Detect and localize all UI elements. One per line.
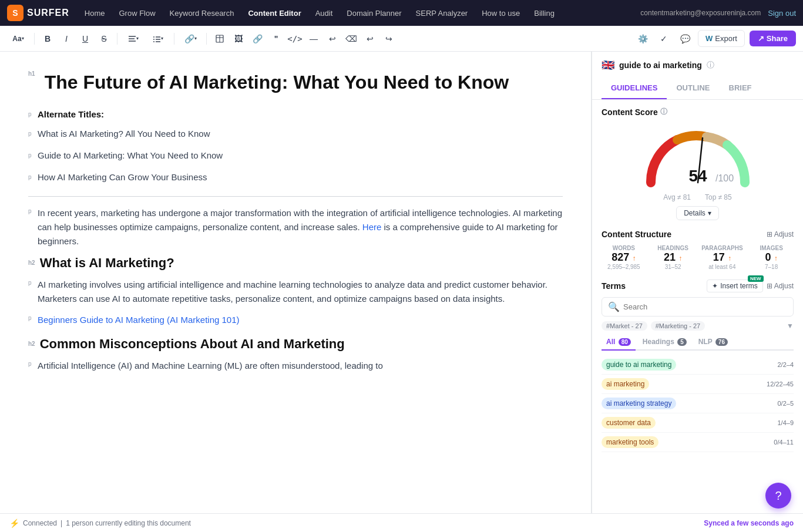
main-layout: h1 The Future of AI Marketing: What You … (0, 52, 803, 513)
underline-button[interactable]: U (77, 31, 93, 47)
table-button[interactable] (211, 31, 228, 47)
term-chip-1[interactable]: guide to ai marketing (602, 359, 676, 371)
image-button[interactable]: 🖼 (230, 31, 247, 47)
all-count: 80 (619, 338, 631, 346)
here-link[interactable]: Here (362, 222, 382, 232)
intro-paragraph[interactable]: In recent years, marketing has undergone… (38, 206, 563, 248)
gauge-chart: 54 /100 (639, 124, 757, 188)
body-paragraph-2[interactable]: Artificial Intelligence (AI) and Machine… (38, 359, 563, 373)
terms-search-input[interactable] (623, 302, 787, 311)
logo[interactable]: S SURFER (7, 5, 69, 21)
bold-button[interactable]: B (39, 31, 56, 47)
export-button[interactable]: W Export (698, 30, 745, 47)
p-label-link1: p (28, 315, 38, 321)
paragraphs-arrow-icon: ↑ (728, 254, 731, 262)
flag-icon: 🇬🇧 (602, 59, 614, 72)
redo-button[interactable]: ↪ (381, 31, 397, 47)
connected-text: Connected (23, 519, 57, 527)
term-chip-2[interactable]: ai marketing (602, 378, 649, 390)
share-button[interactable]: ↗ Share (750, 31, 796, 46)
italic-button[interactable]: I (58, 31, 75, 47)
alt-titles-block: p Alternate Titles: (28, 109, 563, 122)
export-label: Export (715, 34, 737, 43)
tab-brief[interactable]: BRIEF (720, 79, 761, 99)
insert-terms-button[interactable]: ✦ Insert terms NEW (707, 280, 762, 292)
check-button[interactable]: ✓ (656, 31, 672, 47)
h2-misconceptions[interactable]: Common Misconceptions About AI and Marke… (40, 336, 563, 352)
market-tag[interactable]: #Market - 27 (602, 321, 647, 331)
terms-title: Terms (602, 281, 626, 291)
nav-audit[interactable]: Audit (310, 6, 339, 20)
divider-button[interactable]: — (305, 31, 322, 47)
comment-button[interactable]: 💬 (677, 31, 693, 47)
nav-how-to-use[interactable]: How to use (476, 6, 526, 20)
sign-out-link[interactable]: Sign out (768, 9, 796, 18)
font-label: Aa (12, 35, 21, 43)
article-title[interactable]: The Future of AI Marketing: What You Nee… (45, 70, 509, 95)
nav-keyword-research[interactable]: Keyword Research (164, 6, 240, 20)
tab-outline[interactable]: OUTLINE (667, 79, 719, 99)
alt-title-1[interactable]: What is AI Marketing? All You Need to Kn… (38, 129, 563, 139)
quote-button[interactable]: " (268, 31, 284, 47)
nav-home[interactable]: Home (79, 6, 111, 20)
list-dropdown[interactable]: ▾ (147, 31, 169, 47)
term-chip-4[interactable]: customer data (602, 417, 656, 429)
body-2-block: p Artificial Intelligence (AI) and Machi… (28, 359, 563, 373)
term-chip-3[interactable]: ai marketing strategy (602, 398, 676, 409)
h2-what-is[interactable]: What is AI Marketing? (40, 255, 563, 271)
status-bar: ⚡ Connected | 1 person currently editing… (0, 513, 803, 532)
content-score-info-icon[interactable]: ⓘ (660, 107, 667, 117)
nav-grow-flow[interactable]: Grow Flow (113, 6, 161, 20)
h2-2-block: h2 Common Misconceptions About AI and Ma… (28, 336, 563, 352)
score-avg-row: Avg ≠ 81 Top ≠ 85 (602, 193, 794, 201)
link-1-block: p Beginners Guide to AI Marketing (AI Ma… (28, 313, 563, 327)
alt-title-2[interactable]: Guide to AI Marketing: What You Need to … (38, 150, 563, 160)
gauge-container: 54 /100 (602, 124, 794, 188)
insert-terms-icon: ✦ (712, 282, 718, 290)
term-item-3: ai marketing strategy 0/2–5 (602, 394, 794, 413)
undo-button[interactable]: ↩ (324, 31, 341, 47)
details-button[interactable]: Details ▾ (676, 206, 719, 220)
alt-title-3-block: p How AI Marketing Can Grow Your Busines… (28, 172, 563, 187)
headings-arrow-icon: ↑ (678, 254, 682, 262)
svg-point-5 (153, 39, 154, 40)
content-score-section: Content Score ⓘ 54 (602, 107, 794, 220)
logo-text: SURFER (27, 8, 69, 18)
help-button[interactable]: ? (765, 483, 791, 509)
body-paragraph-1[interactable]: AI marketing involves using artificial i… (38, 278, 563, 306)
editor-area[interactable]: h1 The Future of AI Marketing: What You … (0, 52, 592, 513)
code-button[interactable]: </> (287, 31, 303, 47)
alt-title-3[interactable]: How AI Marketing Can Grow Your Business (38, 172, 563, 182)
nav-content-editor[interactable]: Content Editor (242, 6, 307, 20)
term-chip-5[interactable]: marketing tools (602, 436, 658, 448)
structure-adjust-button[interactable]: ⊞ Adjust (767, 230, 794, 238)
term-tab-all[interactable]: All 80 (602, 335, 636, 351)
font-size-dropdown[interactable]: Aa ▾ (7, 31, 29, 47)
tag-row: #Market - 27 #Marketing - 27 ▼ (602, 321, 794, 331)
tab-guidelines[interactable]: GUIDELINES (602, 79, 667, 99)
term-count-2: 12/22–45 (767, 381, 794, 388)
terms-adjust-button[interactable]: ⊞ Adjust (767, 282, 794, 290)
new-badge: NEW (748, 275, 764, 282)
settings-button[interactable]: ⚙️ (634, 31, 651, 47)
nav-domain-planner[interactable]: Domain Planner (341, 6, 407, 20)
alt-title-1-block: p What is AI Marketing? All You Need to … (28, 129, 563, 143)
nav-serp-analyzer[interactable]: SERP Analyzer (410, 6, 474, 20)
undo2-button[interactable]: ↩ (362, 31, 378, 47)
term-tab-nlp[interactable]: NLP 76 (694, 335, 733, 351)
erase-button[interactable]: ⌫ (343, 31, 359, 47)
strikethrough-button[interactable]: S (96, 31, 112, 47)
query-info-icon[interactable]: ⓘ (707, 60, 714, 70)
align-dropdown[interactable]: ▾ (122, 31, 145, 47)
marketing-tag[interactable]: #Marketing - 27 (651, 321, 705, 331)
beginners-guide-link[interactable]: Beginners Guide to AI Marketing (AI Mark… (38, 315, 240, 325)
tags-chevron-icon[interactable]: ▼ (787, 322, 794, 330)
nav-billing[interactable]: Billing (528, 6, 560, 20)
link-dropdown[interactable]: 🔗▾ (179, 31, 201, 47)
user-email: contentmarketing@exposureninja.com (640, 9, 761, 17)
separator-2 (117, 33, 117, 45)
term-tab-headings[interactable]: Headings 5 (638, 335, 691, 351)
hyperlink-button[interactable]: 🔗 (249, 31, 266, 47)
terms-search-row[interactable]: 🔍 (602, 297, 794, 316)
images-arrow-icon: ↑ (774, 254, 778, 262)
